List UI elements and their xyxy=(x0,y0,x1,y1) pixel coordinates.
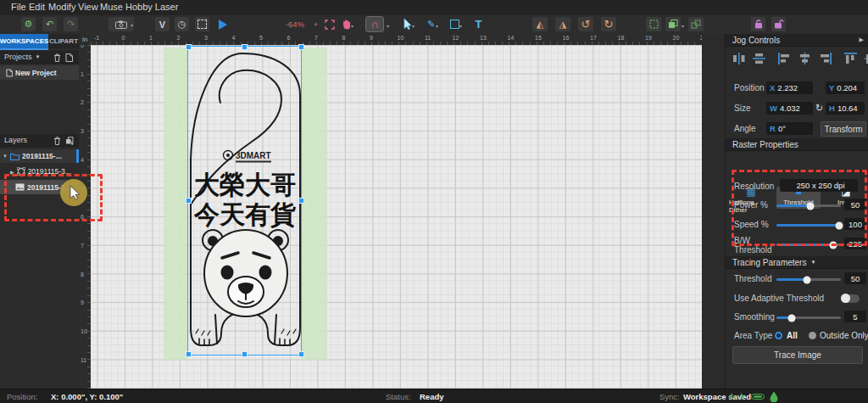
w-value: 4.032 xyxy=(780,104,800,113)
selection-bounding-box[interactable] xyxy=(188,47,301,355)
shape-tool-icon[interactable]: ▾ xyxy=(448,17,462,31)
lock-object-icon[interactable] xyxy=(751,17,765,31)
adaptive-threshold-label: Use Adaptive Threshold xyxy=(734,294,824,303)
run-job-play-icon[interactable] xyxy=(215,17,230,31)
selection-handle-top-left[interactable] xyxy=(186,44,192,50)
area-type-all-label[interactable]: All xyxy=(787,331,798,340)
area-type-outside-label[interactable]: Outside Only xyxy=(820,331,868,340)
align-center-icon[interactable] xyxy=(798,53,811,64)
coolant-droplet-icon[interactable] xyxy=(770,391,778,402)
projects-collapse-caret[interactable]: ▼ xyxy=(36,54,41,59)
menu-view[interactable]: View xyxy=(78,2,98,12)
trace-threshold-value-box[interactable]: 50 xyxy=(844,272,866,284)
aspect-link-icon[interactable]: ↻ xyxy=(815,103,823,114)
tracing-parameters-header[interactable]: Tracing Parameters ▼ xyxy=(726,256,868,269)
align-right-icon[interactable] xyxy=(819,53,832,64)
v-ruler-label: 0 xyxy=(81,45,84,48)
tab-clipart[interactable]: CLIPART xyxy=(48,34,79,48)
h-ruler-label: 15 xyxy=(535,35,542,41)
selection-handle-mid-right[interactable] xyxy=(298,198,304,204)
smoothing-value-box[interactable]: 5 xyxy=(844,311,866,322)
pen-tool-icon[interactable]: ✎▾ xyxy=(424,17,438,31)
selection-handle-bottom-left[interactable] xyxy=(186,351,192,357)
new-project-icon[interactable] xyxy=(65,53,73,62)
size-label: Size xyxy=(734,104,750,113)
group-objects-icon[interactable]: ▾ xyxy=(665,17,681,31)
selection-handle-bottom-center[interactable] xyxy=(242,351,248,357)
raster-properties-header[interactable]: Raster Properties xyxy=(726,138,868,151)
laser-tube-icon[interactable] xyxy=(751,394,765,400)
menu-file[interactable]: File xyxy=(11,2,26,12)
jog-controls-header[interactable]: Jog Controls ▶ xyxy=(726,34,868,47)
canvas-gutter xyxy=(702,34,725,389)
selection-bounds-icon[interactable] xyxy=(646,17,661,31)
flip-horizontal-icon[interactable]: ◮ xyxy=(555,17,570,31)
project-list-item[interactable]: New Project xyxy=(0,65,79,80)
zoom-level-value[interactable]: 64% xyxy=(288,17,304,31)
unlock-object-icon[interactable] xyxy=(771,17,786,31)
smoothing-slider[interactable] xyxy=(776,316,841,319)
h-ruler-label: 3 xyxy=(204,35,208,41)
timer-icon[interactable]: ◷ xyxy=(175,17,189,31)
trace-threshold-label: Threshold xyxy=(734,274,771,283)
menu-muse-hobby-laser[interactable]: Muse Hobby Laser xyxy=(100,2,178,12)
status-state-value: Ready xyxy=(420,392,444,401)
position-x-field[interactable]: X2.232 xyxy=(766,81,813,94)
zoom-in-button[interactable]: + xyxy=(309,17,323,31)
text-tool-icon[interactable]: T xyxy=(471,17,486,31)
align-top-icon[interactable] xyxy=(844,53,857,64)
v-ruler-label: 3 xyxy=(81,128,84,134)
smoothing-label: Smoothing xyxy=(734,312,775,322)
ungroup-objects-icon[interactable] xyxy=(688,17,704,31)
tracing-collapse-caret[interactable]: ▼ xyxy=(810,260,815,265)
distribute-vertical-icon[interactable] xyxy=(753,53,765,64)
align-middle-icon[interactable] xyxy=(865,53,868,64)
menu-modify[interactable]: Modify xyxy=(48,2,75,12)
snap-magnet-icon[interactable]: ∩ xyxy=(366,17,383,31)
layer-expand-caret[interactable]: ▼ xyxy=(3,154,8,159)
area-type-outside-radio[interactable] xyxy=(809,332,816,339)
area-type-all-radio[interactable] xyxy=(775,332,782,339)
selection-handle-top-right[interactable] xyxy=(298,44,304,50)
size-w-field[interactable]: W4.032 xyxy=(766,102,813,115)
delete-project-trash-icon[interactable] xyxy=(53,53,61,62)
h-ruler-label: 9 xyxy=(370,35,373,41)
delete-layer-trash-icon[interactable] xyxy=(53,137,61,145)
align-left-icon[interactable] xyxy=(778,53,791,64)
zoom-fit-icon[interactable] xyxy=(322,17,337,31)
angle-r-field[interactable]: R0° xyxy=(766,122,813,135)
selection-handle-top-center[interactable] xyxy=(242,44,248,50)
jog-expand-caret[interactable]: ▶ xyxy=(860,36,864,43)
v-ruler-label: 2 xyxy=(81,99,84,105)
sync-arrows-icon[interactable] xyxy=(729,393,744,400)
adaptive-threshold-toggle[interactable] xyxy=(841,294,860,303)
flip-vertical-icon[interactable]: ◭ xyxy=(532,17,548,31)
selection-handle-mid-left[interactable] xyxy=(186,198,192,204)
pan-hand-icon[interactable]: ▾ xyxy=(339,17,353,31)
add-layer-icon[interactable] xyxy=(65,137,74,145)
rotate-cw-icon[interactable]: ↻ xyxy=(601,17,616,31)
rotate-ccw-icon[interactable]: ↺ xyxy=(578,17,593,31)
layer-row-folder[interactable]: ▼ 20191115-... xyxy=(0,149,79,163)
trace-image-button[interactable]: Trace Image xyxy=(732,346,863,364)
transform-button[interactable]: Transform xyxy=(821,121,866,137)
vector-tool-icon[interactable]: V xyxy=(155,17,170,31)
distribute-horizontal-icon[interactable] xyxy=(732,53,745,64)
trace-threshold-slider[interactable] xyxy=(776,278,841,281)
position-y-field[interactable]: Y0.204 xyxy=(826,81,865,94)
redo-icon[interactable]: ↷ xyxy=(64,17,78,31)
size-h-field[interactable]: H10.64 xyxy=(826,102,865,115)
menu-edit[interactable]: Edit xyxy=(29,2,45,12)
design-canvas[interactable]: 3DMART 大榮大哥 今天有貨 xyxy=(91,45,702,389)
settings-gear-icon[interactable]: ⚙ xyxy=(21,17,36,31)
tab-workspaces[interactable]: WORKSPACES xyxy=(0,34,48,50)
status-bar: Position: X: 0.000", Y: 0.100" Status: R… xyxy=(0,389,868,403)
magnet-dropdown-caret[interactable]: ▾ xyxy=(387,23,389,29)
marquee-select-icon[interactable] xyxy=(195,17,209,31)
selection-handle-bottom-right[interactable] xyxy=(298,351,304,357)
select-cursor-icon[interactable]: ▾ xyxy=(400,17,415,31)
application-window: File Edit Modify View Muse Hobby Laser ⚙… xyxy=(0,0,868,403)
camera-icon[interactable]: ▾ xyxy=(108,17,134,31)
undo-icon[interactable]: ↶ xyxy=(42,17,57,31)
status-position-label: Position: xyxy=(7,392,37,401)
